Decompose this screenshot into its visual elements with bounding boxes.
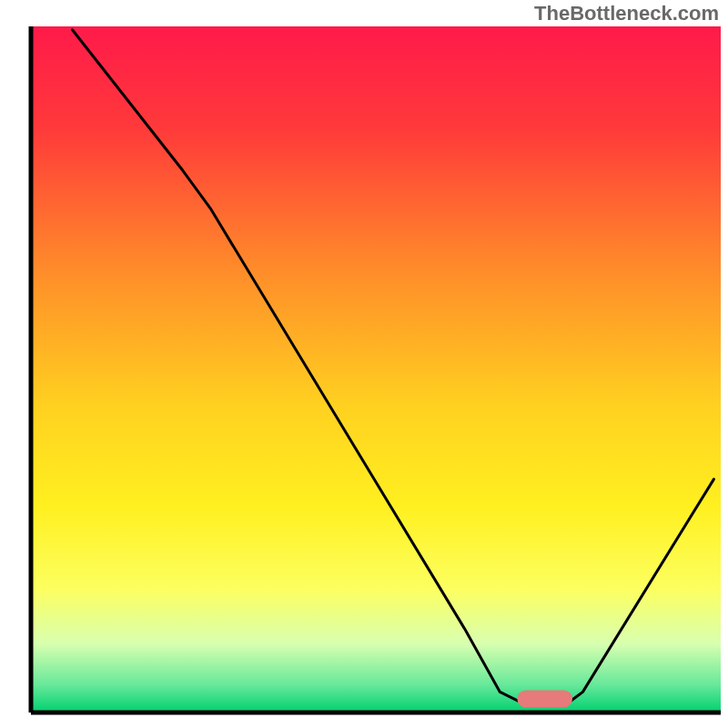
bottleneck-chart: TheBottleneck.com <box>0 0 728 728</box>
watermark-text: TheBottleneck.com <box>534 2 719 25</box>
chart-svg <box>0 0 728 728</box>
optimal-marker <box>517 690 572 707</box>
gradient-background <box>31 26 721 713</box>
